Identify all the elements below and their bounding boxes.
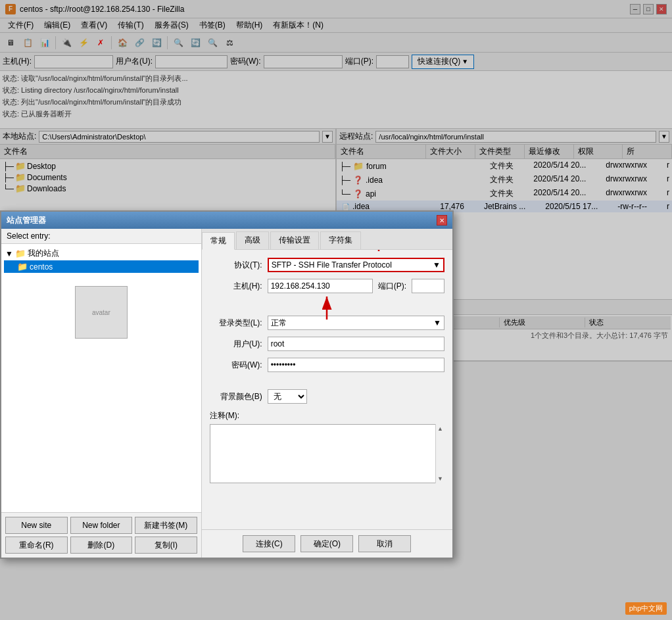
avatar-area: avatar [4,286,199,339]
settings-panel: 常规 高级 传输设置 字符集 协议(T): SFTP - SSH File Tr… [202,229,452,375]
site-manager-dialog: 站点管理器 ✕ Select entry: ▼ 📁 我的站点 📁 centos … [0,210,454,375]
protocol-row: 协议(T): SFTP - SSH File Transfer Protocol… [210,258,444,272]
pass-field[interactable] [268,358,444,372]
protocol-dropdown-icon: ▼ [433,260,441,270]
user-field-label: 用户(U): [210,339,262,350]
port-field-label: 端口(P): [378,281,406,292]
centos-label: centos [30,262,53,272]
protocol-label: 协议(T): [210,260,262,271]
logintype-label: 登录类型(L): [210,318,262,329]
settings-form: 协议(T): SFTP - SSH File Transfer Protocol… [202,250,452,375]
site-tree-content: ▼ 📁 我的站点 📁 centos avatar [1,244,201,375]
user-row: 用户(U): [210,337,444,351]
tab-advanced[interactable]: 高级 [236,231,269,249]
port-field[interactable] [412,279,444,293]
user-field[interactable] [268,337,444,351]
tree-root-node[interactable]: ▼ 📁 我的站点 [4,247,199,260]
site-tree-header: Select entry: [1,229,201,244]
host-field-label: 主机(H): [210,281,262,292]
tree-centos-node[interactable]: 📁 centos [4,260,199,273]
tab-general[interactable]: 常规 [202,232,235,250]
logintype-dropdown-icon: ▼ [433,318,441,327]
protocol-select-wrapper: SFTP - SSH File Transfer Protocol ▼ [268,258,444,272]
logintype-select[interactable]: 正常 ▼ [268,316,444,330]
host-port-group: 端口(P): [268,279,444,293]
logintype-value: 正常 [271,318,287,329]
dialog-title-bar: 站点管理器 ✕ [1,212,452,229]
tab-charset[interactable]: 字符集 [320,231,361,249]
dialog-body: Select entry: ▼ 📁 我的站点 📁 centos avatar N… [1,229,452,375]
dialog-close-button[interactable]: ✕ [437,215,447,226]
pass-row: 密码(W): [210,358,444,372]
protocol-value: SFTP - SSH File Transfer Protocol [272,260,392,270]
tab-transfer-settings[interactable]: 传输设置 [270,231,319,249]
avatar-image: avatar [75,286,128,339]
host-row: 主机(H): 端口(P): [210,279,444,293]
root-folder-icon: 📁 [15,249,26,258]
site-tree-panel: Select entry: ▼ 📁 我的站点 📁 centos avatar N… [1,229,202,375]
settings-tabs: 常规 高级 传输设置 字符集 [202,229,452,250]
pass-field-label: 密码(W): [210,360,262,371]
logintype-row: 登录类型(L): 正常 ▼ [210,316,444,330]
host-field[interactable] [268,279,373,293]
centos-folder-icon: 📁 [17,262,28,272]
root-label: 我的站点 [28,248,59,259]
protocol-select[interactable]: SFTP - SSH File Transfer Protocol ▼ [268,258,444,272]
dialog-title: 站点管理器 [7,215,46,226]
